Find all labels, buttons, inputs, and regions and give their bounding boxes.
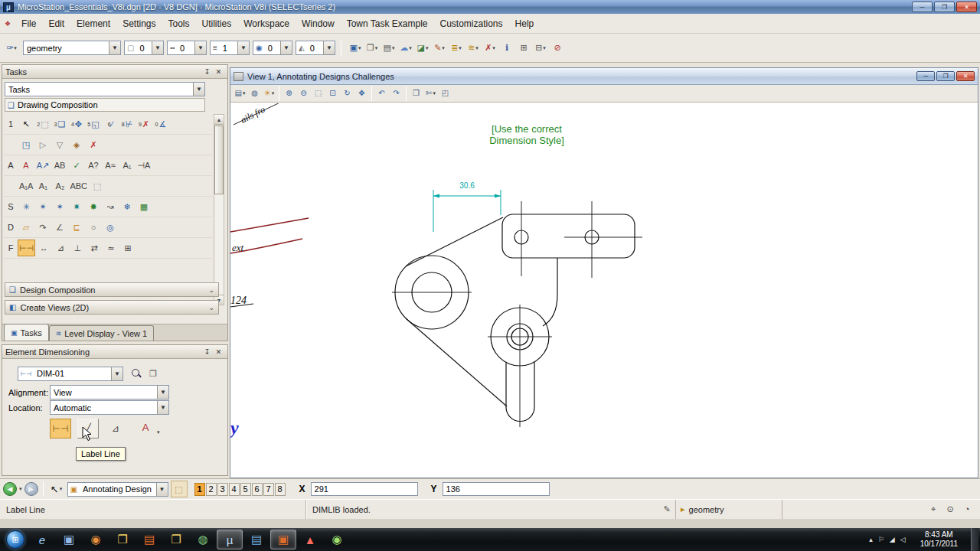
section-create-views-2d[interactable]: ◧ Create Views (2D) ⌄ [5, 300, 219, 315]
display-style-icon[interactable]: ◍ [247, 86, 262, 101]
section-angle-icon[interactable]: ∠ [51, 219, 68, 236]
copy-enter-data-field-icon[interactable]: A₂ [51, 178, 68, 194]
change-text-attributes-icon[interactable]: A₁ [119, 157, 136, 174]
close-icon[interactable]: ✕ [213, 67, 224, 77]
view-attributes-icon[interactable]: ▤▾ [233, 86, 247, 101]
search-style-icon[interactable] [128, 365, 145, 382]
dimension-settings-icon[interactable]: ⊞ [119, 240, 136, 256]
point-clouds-icon[interactable]: ☁▾ [397, 40, 414, 57]
chevron-down-icon[interactable]: ▼ [193, 83, 204, 96]
hatch-area-icon[interactable]: ✳ [18, 198, 34, 215]
menu-tools[interactable]: Tools [162, 15, 196, 32]
part-geometry[interactable] [392, 201, 642, 427]
tab-level-display-view-1[interactable]: ≋Level Display - View 1 [49, 325, 155, 341]
menu-utilities[interactable]: Utilities [196, 15, 238, 32]
dimension-angle-between-lines-icon[interactable]: ⊿ [105, 419, 126, 439]
maximize-button[interactable]: ❐ [934, 2, 955, 12]
taskbar-screen-capture[interactable]: ◉ [324, 530, 350, 549]
tasks-scrollbar[interactable]: ▲ ▼ [214, 114, 224, 305]
place-annotation-icon[interactable]: ◳ [18, 136, 34, 153]
menu-element[interactable]: Element [70, 15, 116, 32]
element-information-icon[interactable]: ℹ [498, 40, 515, 57]
view-titlebar[interactable]: View 1, Annotating Designs Challenges ─ … [230, 68, 978, 85]
taskbar-powerpoint[interactable]: ▤ [136, 530, 162, 549]
extend-element-icon[interactable]: 8⊬ [119, 116, 136, 132]
network-status-icon[interactable]: ◢ [890, 536, 895, 543]
forward-button[interactable]: ▶ [24, 482, 38, 496]
locks-icon[interactable]: ⊙ [942, 501, 959, 518]
raster-manager-icon[interactable]: ▤▾ [381, 40, 397, 57]
view-toggle-2[interactable]: 2 [206, 483, 217, 496]
active-task-combo[interactable]: ▣ Annotating Design ▼ [67, 482, 168, 497]
pattern-area-icon[interactable]: ✶ [51, 198, 68, 215]
text-styles-icon[interactable]: A₁A [18, 178, 34, 194]
dimension-element-icon[interactable]: ⊢⊣ [18, 240, 35, 256]
view-content[interactable]: ails fro [Use the correct Dimension Styl… [230, 103, 978, 478]
element-selection-icon[interactable]: ↖ [18, 116, 34, 132]
snap-mode-icon[interactable]: ⌖ [925, 501, 942, 518]
annotate-element-icon[interactable]: A [137, 419, 154, 435]
spell-checker-icon[interactable]: ✓ [68, 157, 85, 174]
level-manager-icon[interactable]: ≣▾ [448, 40, 465, 57]
match-dimension-icon[interactable]: ≃ [103, 240, 119, 256]
clip-view-icon[interactable]: ⊑ [68, 219, 85, 236]
dimension-style-combo[interactable]: ⊢⊣ DIM-01 ▼ [18, 367, 123, 381]
chevron-down-icon[interactable]: ▼ [111, 367, 122, 380]
taskbar-word[interactable]: ▤ [243, 530, 270, 549]
view-minimize-button[interactable]: ─ [916, 71, 935, 81]
attach-folded-view-icon[interactable]: ↷ [34, 219, 51, 236]
chevron-down-icon[interactable]: ▼ [109, 41, 120, 54]
taskbar-microstation[interactable]: µ [217, 530, 243, 549]
show-pattern-attributes-icon[interactable]: ✸ [85, 198, 102, 215]
view-toggle-3[interactable]: 3 [217, 483, 228, 496]
digital-signature-icon[interactable]: ✎ [658, 502, 675, 517]
menu-town-task-example[interactable]: Town Task Example [341, 15, 434, 32]
match-text-attributes-icon[interactable]: A≈ [102, 157, 119, 174]
location-combo[interactable]: Automatic ▼ [50, 400, 169, 415]
active-template-combo[interactable]: ◉0▼ [253, 41, 292, 55]
taskbar-libraries[interactable]: ❐ [109, 530, 136, 549]
cad-drawing[interactable]: ails fro [Use the correct Dimension Styl… [230, 103, 978, 478]
view-toggle-7[interactable]: 7 [263, 483, 274, 496]
chevron-down-icon[interactable]: ▼ [323, 41, 335, 54]
y-coordinate-input[interactable] [443, 482, 550, 496]
key-in-icon[interactable]: ⊟▾ [532, 40, 549, 57]
show-hidden-icons-icon[interactable]: ▴ [869, 536, 873, 543]
pointer-tool-icon[interactable]: ↖▾ [48, 481, 65, 497]
copy-view-icon[interactable]: ❐ [409, 86, 423, 101]
level-display-icon[interactable]: ≋▾ [465, 40, 482, 57]
dimension-ordinate-icon[interactable]: ⊥ [69, 240, 86, 256]
pattern-settings-icon[interactable]: ▦ [136, 198, 152, 215]
close-icon[interactable]: ✕ [213, 347, 224, 357]
menu-settings[interactable]: Settings [116, 15, 162, 32]
menu-edit[interactable]: Edit [42, 15, 70, 32]
taskbar-media-player[interactable]: ◉ [83, 530, 109, 549]
fit-view-icon[interactable]: ⊡ [325, 86, 340, 101]
start-button[interactable]: ⊞ [6, 530, 24, 549]
fill-data-fields-icon[interactable]: ABC [68, 178, 89, 194]
view-maximize-button[interactable]: ❐ [936, 71, 955, 81]
pin-icon[interactable]: ↧ [201, 67, 213, 77]
markups-icon[interactable]: ✎▾ [431, 40, 448, 57]
pin-icon[interactable]: ↧ [201, 347, 213, 357]
taskbar-internet-explorer[interactable]: e [29, 530, 55, 549]
modify-clip-icon[interactable]: ○ [85, 219, 102, 236]
modify-element-icon[interactable]: 5◱ [85, 116, 102, 132]
scrollbar-thumb[interactable] [214, 126, 224, 194]
dimension-element-icon[interactable]: ⊢⊣ [50, 419, 71, 439]
cancel-icon[interactable]: ⊘ [549, 40, 566, 57]
chevron-down-icon[interactable]: ▼ [237, 41, 249, 54]
element-dimensioning-header[interactable]: Element Dimensioning ↧ ✕ [2, 345, 227, 359]
zoom-in-icon[interactable]: ⊕ [282, 86, 296, 101]
rotate-view-icon[interactable]: ↻ [340, 86, 354, 101]
delete-pattern-icon[interactable]: ❄ [119, 198, 136, 215]
toggle-accudraw-icon[interactable]: ⊞ [515, 40, 532, 57]
measure-angle-icon[interactable]: 0∡ [152, 116, 169, 132]
taskbar-powerpoint-show[interactable]: ▣ [270, 530, 296, 549]
taskbar-clock[interactable]: 8:43 AM 10/17/2011 [920, 530, 958, 549]
taskbar-network-places[interactable]: ◍ [190, 530, 216, 549]
tab-tasks[interactable]: ▣Tasks [4, 324, 49, 341]
back-button[interactable]: ◀ [3, 482, 17, 496]
window-area-icon[interactable]: ⬚ [311, 86, 325, 101]
active-element-template-icon[interactable]: ✑▾ [3, 40, 20, 57]
